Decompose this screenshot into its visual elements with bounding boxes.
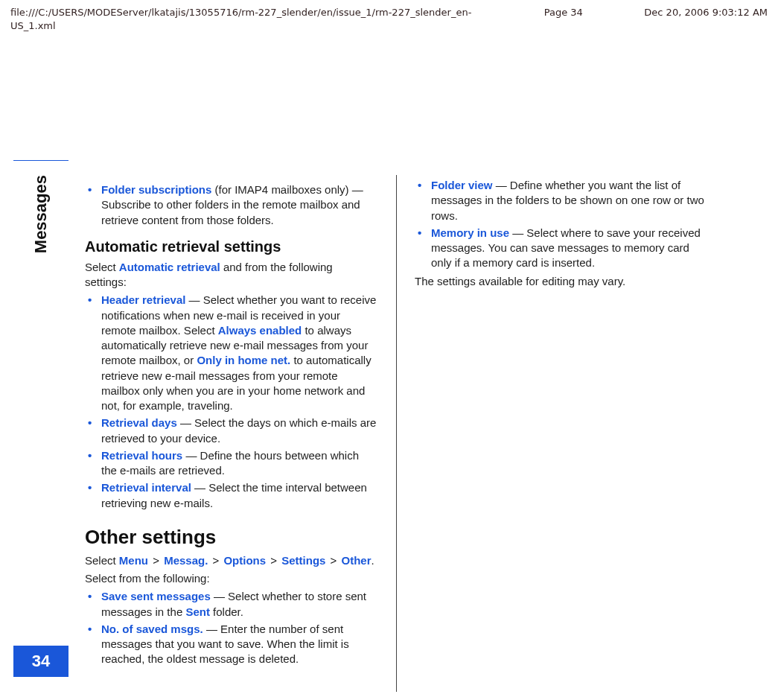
term-automatic-retrieval: Automatic retrieval xyxy=(119,261,220,273)
list-item: Folder view — Define whether you want th… xyxy=(415,178,709,223)
content-columns: Folder subscriptions (for IMAP4 mailboxe… xyxy=(68,141,763,692)
term-settings: Settings xyxy=(281,554,325,567)
sidebar: Messages 34 xyxy=(13,141,68,692)
text: . xyxy=(372,554,374,567)
term-menu: Menu xyxy=(119,554,148,567)
other-select-intro: Select from the following: xyxy=(85,571,377,586)
folder-sub-list: Folder subscriptions (for IMAP4 mailboxe… xyxy=(85,182,377,228)
term-sent: Sent xyxy=(185,605,210,618)
term-folder-subscriptions: Folder subscriptions xyxy=(101,183,211,196)
header-page: Page 34 xyxy=(515,6,612,32)
other-path: Select Menu > Messag. > Options > Settin… xyxy=(85,553,377,568)
heading-automatic-retrieval: Automatic retrieval settings xyxy=(85,237,377,257)
list-item: Retrieval interval — Select the time int… xyxy=(85,480,377,511)
page-number: 34 xyxy=(13,646,68,677)
term-retrieval-interval: Retrieval interval xyxy=(101,481,191,494)
sidebar-section-label: Messages xyxy=(30,171,52,258)
term-only-in-home-net: Only in home net. xyxy=(197,354,290,366)
list-item: Save sent messages — Select whether to s… xyxy=(85,589,377,620)
other-settings-list: Save sent messages — Select whether to s… xyxy=(85,589,377,666)
breadcrumb-sep: > xyxy=(266,554,281,567)
right-list: Folder view — Define whether you want th… xyxy=(415,178,709,271)
text: Select xyxy=(85,261,119,273)
breadcrumb-sep: > xyxy=(208,554,223,567)
term-header-retrieval: Header retrieval xyxy=(101,293,185,306)
term-folder-view: Folder view xyxy=(431,179,493,191)
term-always-enabled: Always enabled xyxy=(218,324,302,337)
list-item: Folder subscriptions (for IMAP4 mailboxe… xyxy=(85,182,377,228)
page-body: Messages 34 Folder subscriptions (for IM… xyxy=(0,36,778,692)
breadcrumb-sep: > xyxy=(325,554,341,567)
term-options: Options xyxy=(223,554,266,567)
header-datetime: Dec 20, 2006 9:03:12 AM xyxy=(612,6,768,32)
term-messag: Messag. xyxy=(164,554,208,567)
term-retrieval-days: Retrieval days xyxy=(101,416,177,429)
right-column: Folder view — Define whether you want th… xyxy=(396,175,709,692)
left-column: Folder subscriptions (for IMAP4 mailboxe… xyxy=(85,175,377,692)
header-path: file:///C:/USERS/MODEServer/lkatajis/130… xyxy=(10,6,515,32)
term-other: Other xyxy=(342,554,372,567)
term-no-saved-msgs: No. of saved msgs. xyxy=(101,623,203,635)
term-retrieval-hours: Retrieval hours xyxy=(101,449,182,462)
auto-intro: Select Automatic retrieval and from the … xyxy=(85,260,377,290)
list-item: Memory in use — Select where to save you… xyxy=(415,226,709,271)
print-header: file:///C:/USERS/MODEServer/lkatajis/130… xyxy=(0,0,778,36)
list-item: No. of saved msgs. — Enter the number of… xyxy=(85,622,377,667)
auto-settings-list: Header retrieval — Select whether you wa… xyxy=(85,293,377,511)
sidebar-top-rule xyxy=(13,160,68,161)
breadcrumb-sep: > xyxy=(148,554,164,567)
closing-note: The settings available for editing may v… xyxy=(415,274,709,289)
list-item: Retrieval hours — Define the hours betwe… xyxy=(85,448,377,479)
term-save-sent: Save sent messages xyxy=(101,590,211,602)
list-item: Retrieval days — Select the days on whic… xyxy=(85,416,377,446)
text: folder. xyxy=(210,605,243,618)
heading-other-settings: Other settings xyxy=(85,524,377,550)
text: Select xyxy=(85,554,119,567)
term-memory-in-use: Memory in use xyxy=(431,226,509,239)
list-item: Header retrieval — Select whether you wa… xyxy=(85,293,377,413)
